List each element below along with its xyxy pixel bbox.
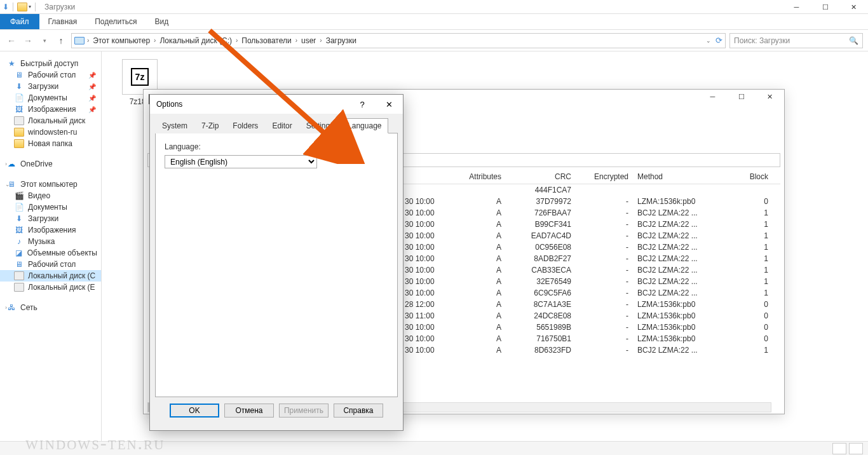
table-row[interactable]: 30 10:00A5651989B-LZMA:1536k:pb00 (402, 322, 780, 333)
table-row[interactable]: 30 10:00A37D79972-LZMA:1536k:pb00 (402, 196, 780, 207)
cancel-button[interactable]: Отмена (224, 404, 274, 418)
col-header-method[interactable]: Method (637, 172, 726, 181)
sidebar-this-pc[interactable]: ⌄🖥Этот компьютер (0, 179, 101, 190)
close-button[interactable]: ✕ (375, 95, 403, 114)
tab-editor[interactable]: Editor (265, 118, 299, 133)
table-row[interactable]: 30 11:00A24DC8E08-LZMA:1536k:pb00 (402, 310, 780, 322)
sidebar-item-label: Видео (28, 191, 50, 200)
tab-system[interactable]: System (155, 118, 194, 133)
minimize-button[interactable]: ─ (782, 0, 811, 14)
history-dropdown[interactable]: ▾ (38, 34, 51, 47)
sidebar-item[interactable]: 🖼Изображения📌 (0, 104, 101, 115)
tab-7zip[interactable]: 7-Zip (194, 118, 226, 133)
back-button[interactable]: ← (5, 34, 18, 47)
options-title: Options (156, 100, 182, 109)
sidebar-item[interactable]: ◪Объемные объекты (0, 247, 101, 259)
cell-time: 30 10:00 (402, 197, 447, 206)
sidebar-item[interactable]: 🖥Рабочий стол (0, 259, 101, 270)
cell-attr: A (447, 266, 510, 275)
refresh-icon[interactable]: ⟳ (715, 36, 722, 45)
table-row[interactable]: 30 10:00A8D6323FD-BCJ2 LZMA:22 ...1 (402, 344, 780, 356)
tab-language[interactable]: Language (341, 118, 388, 133)
forward-button[interactable]: → (22, 34, 34, 47)
sidebar-item[interactable]: 🖥Рабочий стол📌 (0, 69, 101, 81)
table-row[interactable]: 30 10:00AEAD7AC4D-BCJ2 LZMA:22 ...1 (402, 230, 780, 241)
sidebar-item-label: Новая папка (28, 139, 72, 148)
sidebar-item[interactable]: 📄Документы (0, 201, 101, 213)
down-icon[interactable]: ⬇ (3, 3, 9, 11)
expand-icon[interactable]: › (5, 161, 7, 167)
cell-time: 30 11:00 (402, 311, 447, 320)
table-row[interactable]: 30 10:00A8ADB2F27-BCJ2 LZMA:22 ...1 (402, 253, 780, 264)
ribbon-share-tab[interactable]: Поделиться (86, 14, 146, 29)
collapse-icon[interactable]: ⌄ (5, 181, 10, 187)
sidebar-item[interactable]: 📄Документы📌 (0, 92, 101, 104)
sidebar-item[interactable]: ⬇Загрузки (0, 213, 101, 224)
disk-icon (14, 116, 24, 125)
breadcrumb-part[interactable]: Загрузки (322, 36, 360, 45)
table-row[interactable]: 30 10:00A716750B1-LZMA:1536k:pb00 (402, 333, 780, 344)
sidebar-item[interactable]: Локальный диск (C (0, 270, 101, 282)
apply-button[interactable]: Применить (279, 404, 329, 418)
search-input[interactable]: Поиск: Загрузки 🔍 (729, 33, 863, 48)
table-row[interactable]: 30 10:00AB99CF341-BCJ2 LZMA:22 ...1 (402, 219, 780, 230)
breadcrumb[interactable]: › Этот компьютер › Локальный диск (C:) ›… (71, 33, 726, 48)
breadcrumb-part[interactable]: Локальный диск (C:) (156, 36, 236, 45)
cell-time: 30 10:00 (402, 220, 447, 229)
sidebar-item[interactable]: Новая папка (0, 138, 101, 149)
tab-settings[interactable]: Settings (299, 118, 341, 133)
sidebar-item[interactable]: ♪Музыка (0, 236, 101, 247)
table-row[interactable]: 444F1CA7 (402, 184, 780, 196)
expand-icon[interactable]: › (5, 304, 7, 311)
col-header-encrypted[interactable]: Encrypted (580, 172, 637, 181)
up-button[interactable]: ↑ (55, 34, 67, 47)
table-row[interactable]: 30 10:00A0C956E08-BCJ2 LZMA:22 ...1 (402, 241, 780, 253)
cell-time: 28 12:00 (402, 300, 447, 309)
table-row[interactable]: 30 10:00A6C9C5FA6-BCJ2 LZMA:22 ...1 (402, 287, 780, 299)
cell-encrypted: - (580, 300, 637, 309)
options-titlebar[interactable]: Options ? ✕ (150, 95, 403, 114)
sidebar-item[interactable]: windowsten-ru (0, 126, 101, 138)
sidebar-network[interactable]: ›🖧Сеть (0, 302, 101, 313)
table-row[interactable]: 30 10:00A32E76549-BCJ2 LZMA:22 ...1 (402, 276, 780, 287)
language-select[interactable]: English (English) (165, 155, 317, 168)
cell-method: LZMA:1536k:pb0 (637, 311, 726, 320)
cell-crc: 5651989B (510, 323, 580, 332)
maximize-button[interactable]: ☐ (811, 0, 839, 14)
details-view-button[interactable] (832, 443, 846, 454)
ok-button[interactable]: OK (170, 404, 219, 418)
breadcrumb-part[interactable]: Пользователи (238, 36, 295, 45)
col-header-crc[interactable]: CRC (510, 172, 580, 181)
breadcrumb-part[interactable]: user (297, 36, 320, 45)
breadcrumb-part[interactable]: Этот компьютер (89, 36, 154, 45)
sidebar-item[interactable]: Локальный диск (0, 115, 101, 126)
close-button[interactable]: ✕ (756, 90, 784, 104)
help-button[interactable]: Справка (334, 404, 383, 418)
sidebar-item[interactable]: 🖼Изображения (0, 224, 101, 236)
table-row[interactable]: 30 10:00ACAB33ECA-BCJ2 LZMA:22 ...1 (402, 264, 780, 276)
sidebar-item[interactable]: Локальный диск (E (0, 282, 101, 293)
sidebar-item[interactable]: 🎬Видео (0, 190, 101, 201)
tab-folders[interactable]: Folders (226, 118, 265, 133)
address-dropdown-icon[interactable]: ⌄ (706, 37, 711, 44)
maximize-button[interactable]: ☐ (727, 90, 756, 104)
close-button[interactable]: ✕ (839, 0, 868, 14)
ribbon-view-tab[interactable]: Вид (146, 14, 177, 29)
sidebar-item[interactable]: ⬇Загрузки📌 (0, 81, 101, 92)
sidebar-quick-access[interactable]: ★Быстрый доступ (0, 58, 101, 69)
minimize-button[interactable]: ─ (698, 90, 727, 104)
large-icons-button[interactable] (849, 443, 863, 454)
ribbon-home-tab[interactable]: Главная (39, 14, 86, 29)
help-button[interactable]: ? (349, 95, 375, 114)
col-header-block[interactable]: Block (726, 172, 777, 181)
table-row[interactable]: 28 12:00A8C7A1A3E-LZMA:1536k:pb00 (402, 299, 780, 310)
cell-time: 30 10:00 (402, 208, 447, 217)
ribbon-file-tab[interactable]: Файл (0, 14, 39, 29)
chevron-down-icon[interactable]: ▾ (29, 4, 31, 10)
cell-crc: 716750B1 (510, 334, 580, 343)
pin-icon: 📌 (88, 95, 96, 102)
sidebar-onedrive[interactable]: ›☁OneDrive (0, 158, 101, 170)
table-row[interactable]: 30 10:00A726FBAA7-BCJ2 LZMA:22 ...1 (402, 207, 780, 219)
col-header-attributes[interactable]: Attributes (447, 172, 510, 181)
downloads-icon: ⬇ (14, 82, 24, 91)
